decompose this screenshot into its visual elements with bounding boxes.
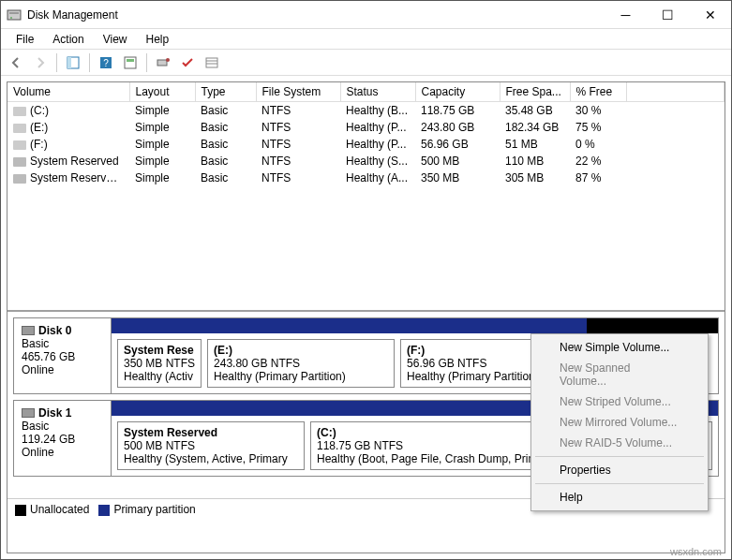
primary-swatch xyxy=(98,505,110,516)
view-panes-icon[interactable] xyxy=(62,52,84,74)
col-free[interactable]: Free Spa... xyxy=(500,82,570,102)
hdd-icon xyxy=(22,408,35,418)
disk-state: Online xyxy=(22,446,103,459)
partition-size: 500 MB NTFS xyxy=(124,439,298,452)
svg-rect-9 xyxy=(157,60,167,66)
menu-help[interactable]: Help xyxy=(533,487,706,508)
app-icon xyxy=(7,7,22,22)
col-pct[interactable]: % Free xyxy=(570,82,626,102)
unallocated-swatch xyxy=(15,505,26,516)
volume-icon xyxy=(13,157,26,167)
partition-size: 350 MB NTFS xyxy=(124,357,195,370)
partition[interactable]: (E:) 243.80 GB NTFS Healthy (Primary Par… xyxy=(207,339,395,388)
col-volume[interactable]: Volume xyxy=(7,82,129,102)
legend-primary: Primary partition xyxy=(113,503,195,516)
disk-size: 465.76 GB xyxy=(22,350,103,363)
hdd-icon xyxy=(22,326,35,335)
back-button[interactable] xyxy=(5,52,27,74)
partition-name: (E:) xyxy=(214,344,388,357)
volume-icon xyxy=(13,107,26,116)
col-fs[interactable]: File System xyxy=(256,82,340,102)
disk-size: 119.24 GB xyxy=(22,433,103,446)
table-row[interactable]: (F:)SimpleBasicNTFSHealthy (P...56.96 GB… xyxy=(7,136,725,153)
disk-type: Basic xyxy=(22,337,103,350)
svg-rect-7 xyxy=(125,57,136,68)
volume-icon xyxy=(13,124,26,133)
partition-size: 243.80 GB NTFS xyxy=(214,357,388,370)
svg-rect-1 xyxy=(9,12,19,14)
help-icon[interactable]: ? xyxy=(95,52,117,74)
maximize-button[interactable]: ☐ xyxy=(647,1,689,28)
menu-new-spanned-volume: New Spanned Volume... xyxy=(533,358,706,391)
disk-name: Disk 0 xyxy=(38,324,71,337)
svg-point-2 xyxy=(10,17,12,19)
minimize-button[interactable]: ─ xyxy=(605,1,647,28)
partition-status: Healthy (Primary Partition) xyxy=(214,370,388,383)
volume-icon xyxy=(13,174,26,184)
svg-rect-4 xyxy=(67,57,71,68)
list-icon[interactable] xyxy=(201,52,223,74)
titlebar: Disk Management ─ ☐ ✕ xyxy=(1,1,731,29)
partition[interactable]: System Reserved 500 MB NTFS Healthy (Sys… xyxy=(117,421,305,470)
menu-new-raid5-volume: New RAID-5 Volume... xyxy=(533,433,706,453)
window-title: Disk Management xyxy=(27,8,605,22)
partition-status: Healthy (System, Active, Primary xyxy=(124,452,298,465)
forward-button[interactable] xyxy=(29,52,52,74)
menu-new-mirrored-volume: New Mirrored Volume... xyxy=(533,412,706,433)
menu-view[interactable]: View xyxy=(94,31,137,47)
volume-list[interactable]: Volume Layout Type File System Status Ca… xyxy=(7,82,725,312)
menu-properties[interactable]: Properties xyxy=(533,460,706,480)
col-layout[interactable]: Layout xyxy=(129,82,195,102)
menu-help[interactable]: Help xyxy=(137,31,179,47)
legend-unallocated: Unallocated xyxy=(30,503,89,516)
svg-point-10 xyxy=(166,58,170,62)
svg-rect-8 xyxy=(127,59,134,62)
table-row[interactable]: (E:)SimpleBasicNTFSHealthy (P...243.80 G… xyxy=(7,119,725,136)
col-type[interactable]: Type xyxy=(195,82,256,102)
svg-rect-11 xyxy=(206,58,217,67)
disk-type: Basic xyxy=(22,420,103,433)
context-menu: New Simple Volume... New Spanned Volume.… xyxy=(530,333,709,511)
column-headers: Volume Layout Type File System Status Ca… xyxy=(7,82,725,102)
partition-status: Healthy (Activ xyxy=(124,370,195,383)
disk-name: Disk 1 xyxy=(38,406,71,420)
partition-name: System Reserved xyxy=(124,426,298,439)
disk-management-window: Disk Management ─ ☐ ✕ File Action View H… xyxy=(0,0,732,560)
svg-text:?: ? xyxy=(103,58,109,68)
svg-rect-0 xyxy=(7,10,21,20)
disk-state: Online xyxy=(22,363,103,376)
table-row[interactable]: System ReservedSimpleBasicNTFSHealthy (S… xyxy=(7,153,725,169)
check-icon[interactable] xyxy=(176,52,199,74)
col-status[interactable]: Status xyxy=(340,82,415,102)
partition[interactable]: System Rese 350 MB NTFS Healthy (Activ xyxy=(117,339,202,388)
close-button[interactable]: ✕ xyxy=(689,1,731,28)
menu-action[interactable]: Action xyxy=(43,31,93,47)
menu-file[interactable]: File xyxy=(7,31,43,47)
table-row[interactable]: System Reserved (...SimpleBasicNTFSHealt… xyxy=(7,169,725,186)
menubar: File Action View Help xyxy=(1,29,731,50)
menu-new-simple-volume[interactable]: New Simple Volume... xyxy=(533,337,706,358)
col-capacity[interactable]: Capacity xyxy=(415,82,500,102)
watermark: wsxdn.com xyxy=(670,546,722,557)
partition-name: System Rese xyxy=(124,344,195,357)
settings-icon[interactable] xyxy=(152,52,174,74)
menu-new-striped-volume: New Striped Volume... xyxy=(533,391,706,412)
refresh-icon[interactable] xyxy=(119,52,142,74)
toolbar: ? xyxy=(1,50,731,76)
volume-icon xyxy=(13,140,26,150)
table-row[interactable]: (C:)SimpleBasicNTFSHealthy (B...118.75 G… xyxy=(7,102,725,120)
